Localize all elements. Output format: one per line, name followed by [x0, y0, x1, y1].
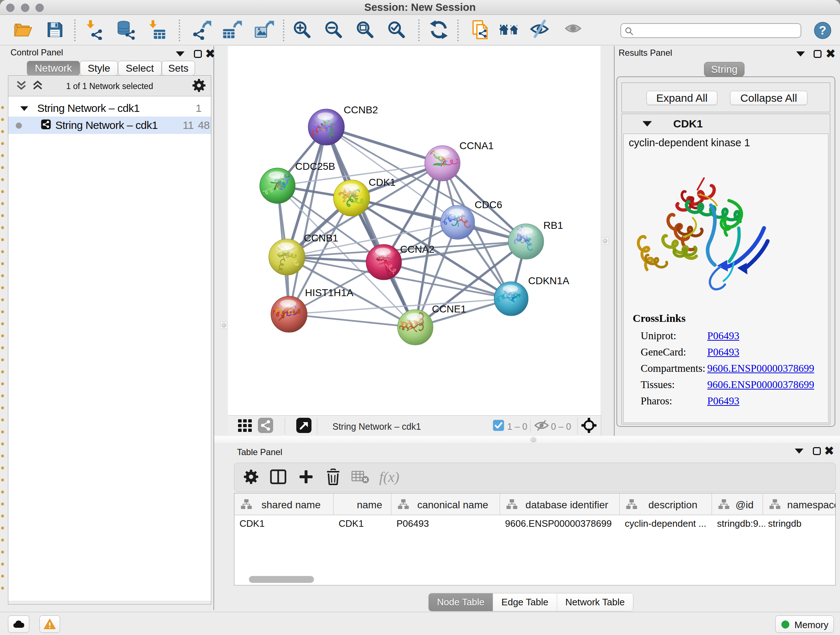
cell-namespace[interactable]: stringdb [768, 518, 836, 529]
gene-section-header[interactable]: CDK1 [622, 114, 830, 133]
hide-selected-icon[interactable] [530, 19, 550, 40]
refresh-layout-icon[interactable] [429, 19, 449, 40]
delete-column-trash-icon[interactable] [325, 469, 341, 486]
tab-select[interactable]: Select [118, 61, 162, 76]
column-header-database-identifier[interactable]: database identifier [500, 494, 620, 515]
first-neighbors-icon[interactable] [499, 19, 519, 40]
zoom-in-icon[interactable] [292, 19, 312, 40]
import-database-icon[interactable] [115, 19, 136, 40]
zoom-out-icon[interactable] [324, 19, 344, 40]
left-splitter-knob[interactable] [220, 322, 227, 329]
help-icon[interactable]: ? [813, 20, 833, 41]
network-share-icon[interactable] [258, 418, 273, 434]
show-all-icon[interactable] [564, 19, 584, 40]
node-CDK1[interactable] [333, 180, 370, 216]
add-column-icon[interactable] [298, 469, 314, 486]
crosslink-value[interactable]: P06493 [707, 346, 739, 358]
memory-button[interactable]: Memory [775, 616, 834, 633]
birds-eye-view-icon[interactable] [296, 418, 311, 434]
tab-network-table[interactable]: Network Table [557, 593, 633, 611]
export-image-icon[interactable] [254, 19, 274, 40]
crosslink-label: Uniprot: [641, 330, 676, 342]
node-CCNA2[interactable] [366, 244, 401, 280]
edge-CCNB2-HIST1H1A[interactable] [289, 127, 326, 314]
expand-all-button[interactable]: Expand All [646, 91, 717, 105]
import-network-icon[interactable] [84, 19, 104, 40]
column-header-name[interactable]: name [333, 494, 392, 515]
collapse-all-button[interactable]: Collapse All [730, 91, 807, 105]
table-row[interactable]: CDK1CDK1P064939606.ENSP00000378699cyclin… [234, 515, 835, 532]
results-panel-float-icon[interactable] [813, 50, 821, 58]
function-builder-icon[interactable]: f(x) [379, 469, 399, 486]
crosslink-value[interactable]: 9606.ENSP00000378699 [707, 363, 814, 374]
tab-sets[interactable]: Sets [162, 61, 195, 76]
cell-canonical-name[interactable]: P06493 [396, 518, 502, 529]
control-panel-menu-icon[interactable] [176, 51, 185, 57]
cloud-button[interactable] [8, 616, 29, 633]
table-panel-close-icon[interactable]: ✖ [824, 447, 835, 455]
cell-shared-name[interactable]: CDK1 [240, 518, 336, 529]
column-header-namespace[interactable]: namespace [763, 494, 836, 515]
node-label-CCNA2: CCNA2 [400, 244, 434, 255]
node-HIST1H1A[interactable] [269, 296, 307, 333]
delete-table-icon[interactable] [351, 470, 369, 485]
cell-@id[interactable]: stringdb:9... [717, 518, 765, 529]
column-header-shared-name[interactable]: shared name [234, 494, 333, 515]
node-RB1[interactable] [508, 224, 544, 259]
zoom-fit-icon[interactable] [355, 19, 375, 40]
crosslink-value[interactable]: P06493 [707, 330, 739, 342]
string-results-tab[interactable]: String [704, 62, 745, 77]
node-CDKN1A[interactable] [494, 282, 528, 316]
node-CCNE1[interactable] [394, 310, 433, 345]
cell-description[interactable]: cyclin-dependent ... [625, 518, 714, 529]
save-session-icon[interactable] [45, 19, 65, 40]
results-panel-menu-icon[interactable] [796, 51, 805, 57]
gene-collapse-icon[interactable] [643, 121, 652, 127]
show-columns-icon[interactable] [270, 469, 287, 486]
node-CCNB1[interactable] [269, 239, 305, 275]
cell-name[interactable]: CDK1 [339, 518, 393, 529]
node-CDC6[interactable] [438, 205, 475, 239]
node-CCNB2[interactable] [308, 109, 344, 145]
search-box[interactable] [621, 23, 801, 38]
table-settings-gear-icon[interactable] [243, 469, 259, 486]
network-collection-row[interactable]: String Network – cdk1 1 [8, 101, 211, 117]
bottom-splitter[interactable] [214, 436, 840, 443]
table-panel-menu-icon[interactable] [795, 448, 804, 454]
cell-database-identifier[interactable]: 9606.ENSP00000378699 [505, 518, 622, 529]
network-row[interactable]: String Network – cdk1 11 48 [8, 117, 211, 134]
tab-network[interactable]: Network [27, 61, 80, 76]
zoom-selected-icon[interactable] [386, 19, 407, 40]
crosshair-icon[interactable] [581, 417, 597, 435]
control-panel-close-icon[interactable]: ✖ [205, 50, 216, 57]
node-CDC25B[interactable] [260, 168, 295, 203]
export-network-icon[interactable] [192, 19, 212, 40]
control-panel-float-icon[interactable] [194, 50, 202, 58]
tab-edge-table[interactable]: Edge Table [493, 593, 557, 611]
export-table-icon[interactable] [223, 19, 243, 40]
tab-style[interactable]: Style [80, 61, 118, 76]
clone-network-icon[interactable] [470, 19, 490, 40]
search-input[interactable] [636, 25, 796, 36]
selected-checkbox-icon[interactable] [493, 420, 504, 432]
import-table-icon[interactable] [147, 19, 167, 40]
column-header-description[interactable]: description [620, 494, 712, 515]
tab-node-table[interactable]: Node Table [429, 593, 493, 611]
table-panel-float-icon[interactable] [813, 447, 821, 455]
grid-view-icon[interactable] [237, 418, 253, 434]
left-splitter[interactable] [214, 46, 228, 436]
column-header-@id[interactable]: @id [712, 494, 763, 515]
node-CCNA1[interactable] [425, 146, 460, 181]
network-options-gear-icon[interactable] [192, 78, 206, 94]
network-canvas[interactable]: CCNB2CCNA1CDC25BCDK1CDC6RB1CCNB1CCNA2CDK… [228, 46, 600, 415]
crosslink-value[interactable]: 9606.ENSP00000378699 [707, 379, 814, 391]
warnings-button[interactable] [39, 616, 60, 633]
column-header-canonical-name[interactable]: canonical name [392, 494, 500, 515]
right-splitter[interactable] [600, 46, 614, 436]
open-file-icon[interactable] [13, 19, 34, 40]
results-panel-close-icon[interactable]: ✖ [826, 50, 836, 57]
table-horizontal-scrollbar[interactable] [249, 576, 314, 583]
right-splitter-knob[interactable] [602, 238, 608, 244]
toolbar-separator [179, 19, 180, 41]
crosslink-value[interactable]: P06493 [707, 395, 739, 407]
